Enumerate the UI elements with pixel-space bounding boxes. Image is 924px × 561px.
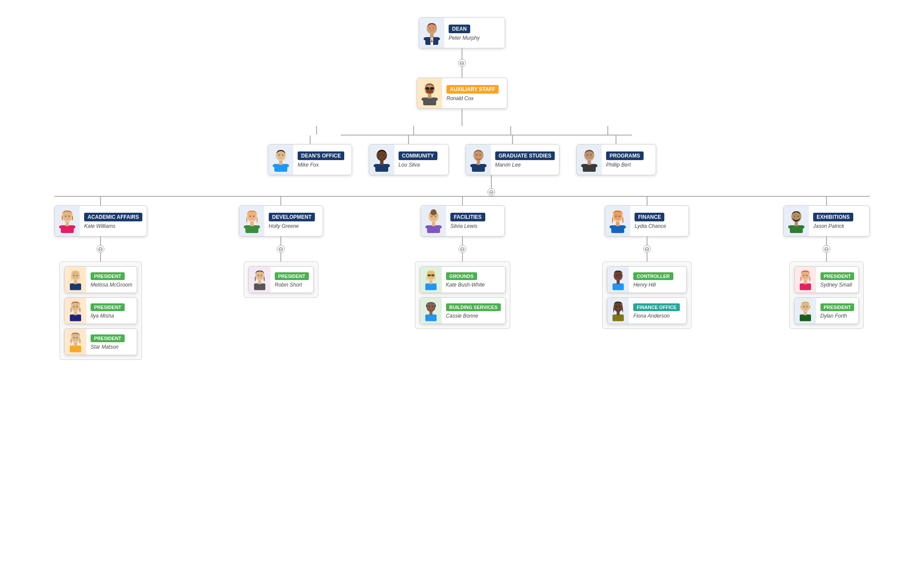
conn-dev-top (280, 197, 281, 205)
svg-point-51 (581, 164, 586, 167)
node-pres-star[interactable]: PRESIDENT Star Matson (64, 328, 137, 355)
dev-avatar-svg (242, 209, 262, 233)
node-graduate[interactable]: GRADUATE STUDIES Marvin Lee (465, 144, 559, 175)
svg-point-35 (385, 164, 390, 167)
svg-point-153 (806, 306, 808, 307)
svg-rect-92 (254, 284, 265, 290)
node-controller[interactable]: CONTROLLER Henry Hill (607, 266, 687, 293)
svg-rect-17 (428, 94, 431, 98)
conn-fin-collapse (647, 236, 647, 245)
node-academic[interactable]: ACADEMIC AFFAIRS Kate Williams (54, 205, 147, 236)
building-name: Cassie Bonne (446, 313, 501, 319)
grad-avatar (466, 145, 491, 175)
grounds-info: GROUNDS Kate Bush-White (442, 269, 506, 290)
pres-sydney-avatar (795, 267, 816, 293)
node-dean[interactable]: DEAN Peter Murphy (419, 17, 505, 48)
svg-point-131 (614, 302, 622, 310)
collapse-dean[interactable]: ⊖ (458, 59, 466, 67)
node-pres-sydney[interactable]: PRESIDENT Sydney Small (794, 266, 859, 293)
pres-robin-svg (251, 269, 268, 290)
prog-avatar (577, 145, 602, 175)
branch-deans (268, 126, 365, 135)
exh-info: EXHIBITIONS Jason Patrick (809, 210, 869, 232)
pres-dylan-info: PRESIDENT Dylan Forth (816, 300, 859, 321)
svg-point-22 (279, 154, 280, 156)
fin-office-info: FINANCE OFFICE Fiona Anderson (629, 300, 686, 321)
svg-point-31 (383, 154, 384, 156)
building-avatar (420, 298, 442, 324)
svg-rect-25 (279, 161, 283, 165)
svg-rect-155 (804, 312, 807, 315)
academic-title: ACADEMIC AFFAIRS (84, 213, 142, 221)
svg-point-77 (76, 337, 78, 338)
svg-rect-33 (380, 161, 383, 165)
svg-point-40 (479, 154, 481, 156)
svg-point-86 (244, 225, 249, 229)
comm-info: COMMUNITY Lou Silva (394, 149, 448, 170)
collapse-finance[interactable]: ⊖ (643, 245, 651, 253)
building-title: BUILDING SERVICES (446, 303, 501, 311)
comm-avatar-svg (372, 148, 392, 172)
academic-avatar-svg (57, 209, 77, 233)
svg-point-39 (476, 154, 477, 156)
fin-office-avatar (607, 298, 629, 324)
node-pres-dylan[interactable]: PRESIDENT Dylan Forth (794, 297, 859, 324)
fac-avatar-svg (424, 209, 443, 233)
node-grounds[interactable]: GROUNDS Kate Bush-White (420, 266, 506, 293)
svg-point-83 (253, 216, 254, 217)
node-programs[interactable]: PROGRAMS Phillip Bert (576, 144, 656, 175)
svg-rect-105 (427, 274, 431, 276)
collapse-community[interactable]: ⊖ (487, 188, 495, 196)
collapse-development[interactable]: ⊖ (277, 245, 285, 253)
node-finance[interactable]: FINANCE Lydia Chance (605, 205, 689, 236)
pres-dylan-title: PRESIDENT (820, 303, 855, 311)
dev-info: DEVELOPMENT Holly Greene (264, 210, 323, 232)
collapse-academic[interactable]: ⊖ (97, 245, 104, 253)
prog-avatar-svg (579, 148, 599, 172)
programs-branch: PROGRAMS Phillip Bert (576, 136, 656, 175)
svg-point-125 (614, 271, 622, 279)
conn-fac-collapse (462, 236, 463, 245)
conn-fin-top (647, 197, 647, 205)
deans-office-branch: DEAN'S OFFICE Mike Fox (268, 136, 352, 175)
conn-comm-top (413, 126, 414, 135)
node-development[interactable]: DEVELOPMENT Holly Greene (239, 205, 323, 236)
svg-rect-93 (258, 280, 261, 284)
node-pres-ilya[interactable]: PRESIDENT Ilya Misha (64, 297, 137, 324)
deans-title: DEAN'S OFFICE (298, 151, 344, 160)
pres-ilya-title: PRESIDENT (91, 303, 125, 311)
level3-hline-row (268, 126, 656, 135)
grad-title: GRADUATE STUDIES (495, 151, 555, 160)
facilities-col: FACILITIES Silvia Lewis ⊖ (415, 197, 511, 329)
svg-point-48 (590, 154, 591, 156)
fin-children: CONTROLLER Henry Hill (602, 262, 691, 329)
conn-dean-aux (462, 48, 462, 59)
level4-nodes-row: ACADEMIC AFFAIRS Kate Williams ⊖ (54, 197, 870, 360)
svg-rect-148 (799, 284, 811, 290)
pres-star-name: Star Matson (91, 344, 132, 350)
node-building[interactable]: BUILDING SERVICES Cassie Bonne (420, 297, 506, 324)
node-deans-office[interactable]: DEAN'S OFFICE Mike Fox (268, 144, 352, 175)
node-pres-melissa[interactable]: PRESIDENT Melissa McGroom (64, 266, 137, 293)
svg-rect-85 (250, 222, 254, 226)
level-dean: DEAN Peter Murphy (0, 17, 924, 48)
graduate-branch: GRADUATE STUDIES Marvin Lee (465, 136, 559, 175)
svg-point-145 (801, 271, 809, 279)
node-fin-office[interactable]: FINANCE OFFICE Fiona Anderson (607, 297, 687, 324)
node-exhibitions[interactable]: EXHIBITIONS Jason Patrick (783, 205, 870, 236)
conn-aux-top (462, 67, 462, 78)
collapse-exhibitions[interactable]: ⊖ (823, 245, 830, 253)
pres-robin-name: Robin Short (275, 282, 309, 288)
svg-point-30 (379, 154, 380, 156)
node-pres-robin[interactable]: PRESIDENT Robin Short (248, 266, 314, 293)
svg-point-126 (616, 275, 617, 276)
exh-avatar-svg (786, 209, 806, 233)
node-community[interactable]: COMMUNITY Lou Silva (369, 144, 449, 175)
node-facilities[interactable]: FACILITIES Silvia Lewis (421, 205, 505, 236)
deans-name: Mike Fox (298, 162, 347, 168)
pres-dylan-name: Dylan Forth (820, 313, 855, 319)
controller-name: Henry Hill (633, 282, 682, 288)
node-auxiliary[interactable]: AUXILIARY STAFF Ronald Cox (417, 78, 507, 109)
collapse-facilities[interactable]: ⊖ (459, 245, 466, 253)
level-auxiliary: AUXILIARY STAFF Ronald Cox (0, 78, 924, 109)
